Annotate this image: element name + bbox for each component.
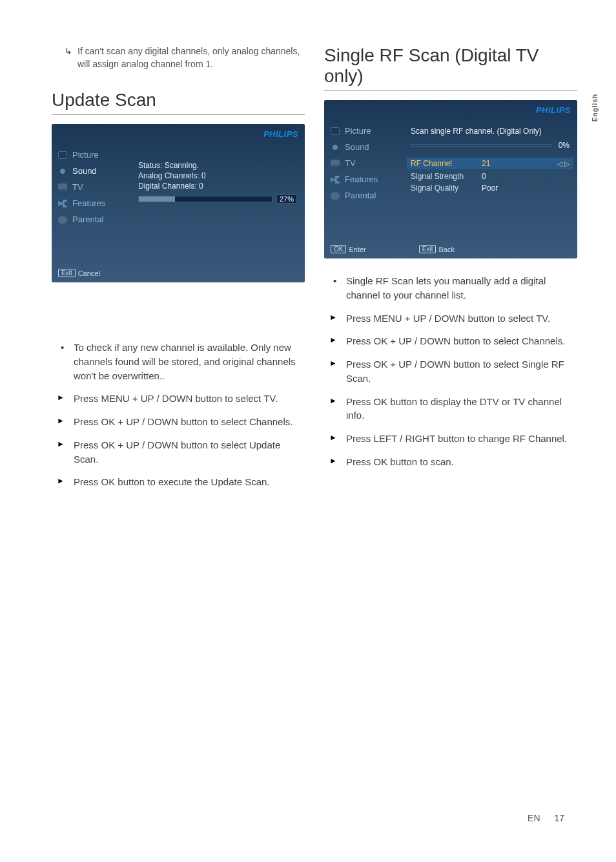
ok-key: OK [331,245,346,253]
sidebar-parental: Parental [52,211,129,227]
picture-icon [58,151,67,159]
signal-quality-value: Poor [482,184,498,193]
features-icon [58,200,67,207]
rf-pct: 0% [559,141,570,150]
sidebar-parental: Parental [324,187,402,204]
exit-key: Exit [419,245,436,253]
single-rf-screenshot: PHILIPS Picture Sound TV Features Parent… [324,100,577,258]
list-item: Press LEFT / RIGHT button to change RF C… [324,432,577,446]
rf-bar-wrap: 0% [411,141,570,150]
signal-strength-row: Signal Strength 0 [411,171,570,182]
back-label: Back [438,246,454,253]
rf-channel-row: RF Channel 21 ◁ ▷ [407,158,573,169]
progress-fill [139,196,175,202]
sound-icon [331,143,340,151]
list-item: Press OK + UP / DOWN button to select Ch… [52,415,305,429]
sidebar-label: Sound [345,142,369,152]
hook-arrow-icon: ↳ [65,45,72,58]
update-scan-heading: Update Scan [52,90,305,115]
list-item: Press OK button to execute the Update Sc… [52,475,305,489]
sidebar-label: Picture [72,150,98,160]
sidebar-label: TV [72,182,83,192]
sidebar-picture: Picture [52,147,129,163]
rf-heading: Scan single RF channel. (Digital Only) [411,127,570,136]
update-scan-steps: To check if any new channel is available… [52,341,305,489]
language-tab: English [591,94,599,121]
single-rf-heading: Single RF Scan (Digital TV only) [324,45,577,91]
features-icon [331,176,340,184]
digital-line: Digital Channels: 0 [138,182,297,191]
list-item: Press MENU + UP / DOWN button to select … [52,392,305,406]
philips-brand: PHILIPS [52,129,305,142]
list-item: To check if any new channel is available… [52,341,305,383]
sidebar-sound: Sound [324,139,402,155]
list-item: Press OK button to display the DTV or TV… [324,395,577,423]
sidebar-features: Features [324,171,402,187]
tv-content: Status: Scanning. Analog Channels: 0 Dig… [129,142,305,233]
philips-brand: PHILIPS [324,105,577,118]
signal-strength-value: 0 [482,172,486,181]
lr-arrows-icon: ◁ ▷ [557,160,570,167]
sidebar-picture: Picture [324,123,402,139]
list-item: Press MENU + UP / DOWN button to select … [324,311,577,326]
sound-icon [58,167,67,175]
signal-strength-label: Signal Strength [411,172,482,181]
progress-wrap: 27% [138,194,297,204]
tv-content: Scan single RF channel. (Digital Only) 0… [402,118,577,209]
picture-icon [331,127,340,135]
list-item: Press OK button to scan. [324,455,577,469]
intro-note: ↳ If can't scan any digital channels, on… [52,45,305,70]
footer-page: 17 [554,813,564,823]
left-column: ↳ If can't scan any digital channels, on… [52,45,305,498]
rf-channel-label: RF Channel [411,159,482,168]
sidebar-label: Sound [72,166,97,176]
list-item: Single RF Scan lets you manually add a d… [324,274,577,302]
sidebar-label: Parental [72,215,103,224]
analog-line: Analog Channels: 0 [138,171,297,180]
footer-lang: EN [528,813,540,823]
rf-channel-value: 21 [482,159,557,168]
tv-sidebar: Picture Sound TV Features Parental [324,118,402,209]
signal-quality-row: Signal Quality Poor [411,182,570,194]
list-item: Press OK + UP / DOWN button to select Up… [52,438,305,467]
sidebar-label: Features [72,198,105,208]
sidebar-features: Features [52,195,129,211]
sidebar-label: Features [345,174,378,184]
progress-pct: 27% [276,194,297,204]
tv-footer: OK Enter Exit Back [331,245,465,253]
cancel-label: Cancel [78,269,100,277]
signal-quality-label: Signal Quality [411,184,482,193]
sidebar-label: Picture [345,126,371,136]
tv-footer: Exit Cancel [58,269,110,277]
sidebar-tv: TV [324,155,402,171]
tv-sidebar: Picture Sound TV Features Parental [52,142,129,233]
page: ↳ If can't scan any digital channels, on… [0,0,616,524]
tv-icon [58,184,67,191]
sidebar-sound: Sound [52,163,129,179]
intro-text: If can't scan any digital channels, only… [77,46,300,69]
list-item: Press OK + UP / DOWN button to select Ch… [324,334,577,348]
rf-progress-bar [411,144,551,147]
progress-bar [138,196,272,202]
right-column: Single RF Scan (Digital TV only) PHILIPS… [324,45,577,498]
sidebar-label: TV [345,158,356,168]
parental-icon [58,216,67,224]
update-scan-screenshot: PHILIPS Picture Sound TV Features Parent… [52,124,305,282]
list-item: Press OK + UP / DOWN button to select Si… [324,357,577,386]
parental-icon [331,192,340,200]
status-line: Status: Scanning. [138,161,297,170]
enter-label: Enter [349,246,365,253]
page-footer: EN 17 [528,813,564,823]
sidebar-tv: TV [52,179,129,195]
sidebar-label: Parental [345,191,376,200]
tv-icon [331,160,340,167]
exit-key: Exit [58,269,76,277]
single-rf-steps: Single RF Scan lets you manually add a d… [324,274,577,469]
